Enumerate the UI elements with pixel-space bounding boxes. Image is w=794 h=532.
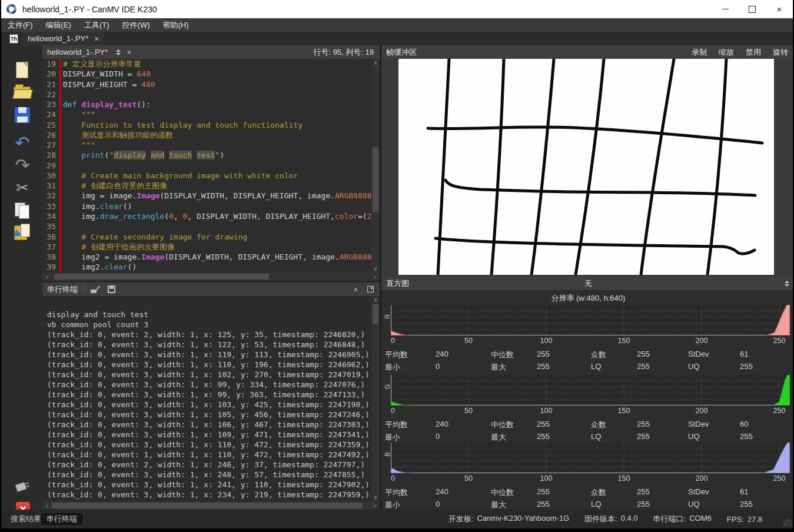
canmv-ide-window: helloworld_1-.PY - CanMV IDE K230 × 文件(F… (0, 0, 794, 532)
terminal-line: (track_id: 0, event: 3, width: 1, x: 122… (47, 340, 371, 350)
stat-value: 240 (436, 420, 491, 432)
cursor-position: 行号: 95, 列号: 19 (313, 47, 374, 58)
stat-label: 平均数 (385, 350, 436, 362)
terminal-line: vb common pool count 3 (47, 320, 371, 330)
editor-hscrollbar[interactable]: ‹ › (42, 272, 380, 281)
framebuffer-button-2[interactable]: 禁用 (746, 47, 761, 58)
bottom-tab-1[interactable]: 串行终端 (40, 512, 84, 526)
terminal-vscrollbar[interactable]: ∧ ∨ (371, 296, 380, 501)
menu-bar: 文件(F)编辑(E)工具(T)控件(W)帮助(H) (1, 18, 793, 32)
menu-item-0[interactable]: 文件(F) (1, 18, 39, 32)
terminal-line: (track_id: 0, event: 3, width: 1, x: 110… (47, 440, 371, 450)
terminal-hscrollbar[interactable]: ‹ › (42, 501, 380, 510)
open-file-selector[interactable]: helloworld_1-.PY* (47, 48, 108, 56)
framebuffer-button-0[interactable]: 录制 (692, 47, 707, 58)
terminal-line: (track_id: 0, event: 1, width: 1, x: 110… (47, 450, 371, 460)
terminal-hscroll-thumb[interactable] (52, 503, 363, 508)
clear-terminal-icon[interactable] (90, 285, 99, 294)
stat-label: 平均数 (385, 420, 436, 432)
menu-item-4[interactable]: 帮助(H) (157, 18, 195, 32)
save-icon[interactable] (12, 105, 32, 125)
terminal-line: (track_id: 0, event: 3, width: 1, x: 106… (47, 420, 371, 430)
save-log-icon[interactable] (108, 285, 115, 293)
terminal-line: (track_id: 0, event: 2, width: 1, x: 125… (47, 330, 371, 340)
framebuffer-button-1[interactable]: 缩放 (719, 47, 734, 58)
channel-stats: 平均数240中位数255众数255StDev61最小0最大255LQ255UQ2… (385, 487, 794, 512)
axis-tick-label: 150 (618, 337, 630, 345)
collapse-panel-icon[interactable]: ∧ (354, 286, 358, 292)
cut-icon[interactable]: ✂ (12, 178, 32, 198)
maximize-button[interactable] (739, 0, 766, 18)
paste-icon[interactable] (12, 222, 32, 242)
file-tab-bar: Th helloworld_1-.PY* × (1, 32, 793, 45)
channel-spike (766, 305, 790, 335)
stat-value: 0 (436, 362, 491, 374)
status-segment: 固件版本:0.4.0 (584, 514, 638, 524)
close-button[interactable]: × (766, 0, 793, 18)
terminal-line: (track_id: 0, event: 3, width: 1, x: 99,… (47, 390, 371, 400)
histogram-header: 直方图 无 (381, 277, 794, 290)
stat-value: 255 (537, 420, 591, 432)
code-editor[interactable]: 19# 定义显示分辨率常量20DISPLAY_WIDTH = 64021DISP… (42, 59, 371, 272)
change-marker-bar (59, 59, 61, 272)
terminal-header: 串行终端 ∧ (42, 282, 380, 296)
channel-axis-label: G (384, 383, 391, 390)
editor-hscroll-thumb[interactable] (54, 274, 269, 280)
serial-terminal-output[interactable]: display and touch testvb common pool cou… (42, 296, 371, 501)
status-label: FPS: (727, 515, 744, 524)
code-line: 34 img.draw_rectangle(0, 0, DISPLAY_WIDT… (42, 211, 371, 221)
touch-drawing-stroke (707, 59, 726, 275)
file-tab-close-icon[interactable]: × (94, 35, 99, 43)
channel-bump (391, 331, 408, 335)
resize-grip[interactable] (783, 519, 792, 527)
popout-panel-icon[interactable] (367, 286, 374, 292)
code-line: 32 img = image.Image(DISPLAY_WIDTH, DISP… (42, 191, 371, 201)
axis-tick-label: 150 (618, 407, 630, 415)
framebuffer-area (381, 59, 794, 277)
terminal-vscroll-thumb[interactable] (373, 304, 378, 324)
histogram-mode-select[interactable]: 无 (381, 278, 794, 289)
open-file-icon[interactable] (12, 83, 32, 103)
code-line: 21DISPLAY_HEIGHT = 480 (42, 79, 371, 89)
menu-item-2[interactable]: 工具(T) (78, 18, 116, 32)
file-selector-spin-icon[interactable] (116, 49, 121, 55)
editor-vscroll-thumb[interactable] (373, 147, 378, 212)
framebuffer-header: 帧缓冲区 录制缩放禁用旋转 (381, 45, 794, 59)
stat-label: 众数 (591, 420, 637, 432)
file-tab-label: helloworld_1-.PY* (28, 34, 88, 43)
undo-icon[interactable]: ↶ (12, 133, 32, 153)
code-line: 24 """ (42, 109, 371, 119)
editor-vscrollbar[interactable]: ∧ ∨ (371, 59, 380, 272)
terminal-line: (track_id: 0, event: 3, width: 1, x: 248… (47, 470, 371, 480)
stat-label: 众数 (591, 350, 637, 362)
editor-close-icon[interactable]: × (127, 48, 131, 56)
redo-icon[interactable]: ↷ (12, 155, 32, 175)
menu-item-1[interactable]: 编辑(E) (39, 18, 78, 32)
channel-bump (391, 468, 410, 473)
stat-label: StDev (688, 420, 740, 432)
menu-item-3[interactable]: 控件(W) (116, 18, 157, 32)
window-bottom-border (1, 528, 793, 532)
stat-label: 众数 (591, 487, 637, 500)
new-file-icon[interactable] (12, 61, 32, 81)
minimize-button[interactable] (712, 0, 739, 18)
axis-tick-label: 100 (540, 407, 553, 415)
stat-label: 中位数 (491, 350, 537, 362)
stat-value: 255 (537, 350, 591, 362)
title-bar: helloworld_1-.PY - CanMV IDE K230 × (1, 0, 793, 18)
connect-board-icon[interactable] (12, 478, 32, 498)
histogram-panel: 分辨率 (w:480, h:640) R050100150200250平均数24… (381, 290, 794, 510)
file-tab[interactable]: helloworld_1-.PY* × (23, 32, 104, 45)
stat-value: 255 (537, 487, 591, 500)
status-label: 固件版本: (584, 514, 617, 524)
stat-value: 255 (537, 362, 591, 374)
stat-value: 255 (637, 362, 688, 374)
framebuffer-button-3[interactable]: 旋转 (773, 47, 788, 58)
status-label: 开发板: (449, 514, 474, 524)
framebuffer-canvas (398, 59, 774, 275)
channel-x-axis: 050100150200250 (391, 337, 790, 347)
copy-icon[interactable] (12, 200, 32, 220)
left-toolbar: ↶ ↷ ✂ × (1, 45, 42, 512)
axis-tick-label: 250 (773, 337, 786, 345)
histogram-mode-spin-icon[interactable] (785, 281, 789, 287)
